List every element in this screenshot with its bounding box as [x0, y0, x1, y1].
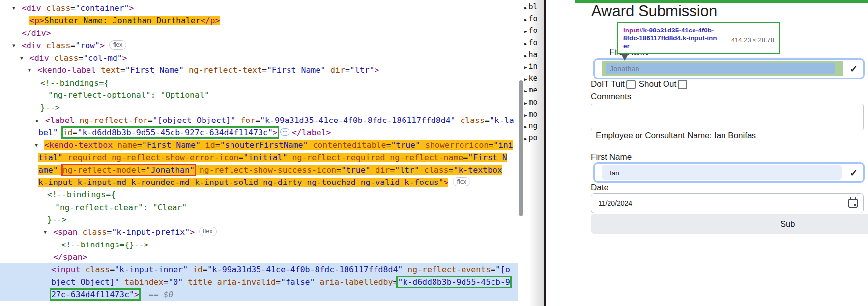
code-line[interactable]: <!--bindings={: [0, 188, 518, 201]
flex-badge[interactable]: flex: [199, 227, 216, 236]
expand-arrow-icon[interactable]: ▶: [524, 65, 527, 70]
code-line[interactable]: tial" required ng-reflect-show-error-ico…: [0, 152, 518, 164]
search-highlight: k-input k-input-md k-rounded-md k-input-…: [38, 178, 448, 187]
shout-out-checkbox[interactable]: [678, 80, 687, 89]
tooltip-dimensions: 414.23 × 28.78: [731, 36, 774, 44]
code-line[interactable]: </div>: [0, 27, 518, 39]
code-line[interactable]: ▼<kendo-textbox name="First Name" id="sh…: [0, 139, 518, 151]
employee-first-name-input[interactable]: Ian ✓: [593, 162, 865, 183]
scrollbar-thumb[interactable]: [519, 80, 523, 216]
code-line[interactable]: }-->: [0, 101, 518, 114]
expand-arrow-icon[interactable]: ▶: [524, 101, 527, 106]
flex-badge[interactable]: flex: [453, 177, 470, 186]
event-listener-name: in: [528, 62, 537, 71]
calendar-icon[interactable]: [848, 199, 858, 208]
code-line[interactable]: ▶<label ng-reflect-for="[object Object]"…: [0, 114, 518, 126]
expand-arrow-icon[interactable]: ▶: [524, 53, 527, 58]
elements-scrollbar[interactable]: [518, 0, 524, 306]
expand-arrow-icon[interactable]: ▶: [524, 77, 527, 82]
event-listener-item[interactable]: ▶fo: [524, 13, 543, 25]
code-line[interactable]: ▼<div class="row">flex: [0, 39, 518, 52]
event-listener-item[interactable]: ▶ng: [524, 120, 543, 132]
code-line[interactable]: "ng-reflect-optional": "Optional": [0, 89, 518, 101]
flex-badge[interactable]: flex: [109, 40, 126, 50]
search-highlight: tial" required ng-reflect-show-error-ico…: [38, 153, 507, 162]
autofill-fill: [602, 165, 842, 180]
code-line[interactable]: 27c-634d4f11473c"> == $0: [0, 288, 518, 301]
green-annotation-box: id="k-d6dd8b3b-9d55-45cb-927c-634d4f1147…: [63, 128, 278, 137]
code-line[interactable]: <!--bindings={}-->: [0, 239, 518, 251]
event-listener-name: mo: [528, 110, 537, 119]
expand-arrow-icon[interactable]: ▶: [524, 17, 527, 22]
collapse-arrow-icon[interactable]: ▼: [28, 64, 31, 76]
code-line[interactable]: "ng-reflect-clear": "Clear": [0, 201, 518, 214]
code-line[interactable]: ▼<div class="col-md">: [0, 52, 518, 64]
event-listener-item[interactable]: ▶po: [524, 132, 543, 144]
event-listener-name: po: [528, 133, 537, 142]
event-listener-name: bl: [528, 2, 537, 11]
checkbox-row: DoIT Tuit Shout Out: [591, 79, 691, 89]
code-line[interactable]: ▼<div class="container">: [0, 2, 518, 14]
green-annotation-box: "k-d6dd8b3b-9d55-45cb-9: [398, 277, 510, 287]
event-listener-name: fo: [528, 26, 537, 35]
code-line[interactable]: bel" id="k-d6dd8b3b-9d55-45cb-927c-634d4…: [0, 126, 518, 139]
shout-out-label: Shout Out: [639, 79, 677, 89]
calendar-frame: [848, 199, 858, 208]
expand-arrow-icon[interactable]: ▶: [36, 114, 39, 126]
event-listener-item[interactable]: ▶bl: [524, 1, 543, 13]
code-line[interactable]: <input class="k-input-inner" id="k-99a31…: [0, 263, 518, 275]
code-line[interactable]: }-->: [0, 214, 518, 226]
comments-textarea[interactable]: [591, 104, 864, 130]
code-line[interactable]: ame" ng-reflect-model="Jonathan" ng-refl…: [0, 164, 518, 176]
collapse-arrow-icon[interactable]: ▼: [35, 139, 38, 151]
red-annotation-box: ng-reflect-model="Jonathan": [63, 165, 195, 175]
shouter-first-name-input[interactable]: Jonathan ✓: [593, 58, 865, 79]
employee-first-name-value: Ian: [610, 169, 619, 176]
event-listener-name: mo: [528, 98, 537, 107]
search-highlight: ame" ng-reflect-model="Jonathan" ng-refl…: [38, 165, 502, 175]
date-value: 11/20/2024: [598, 199, 632, 207]
code-line[interactable]: k-input k-input-md k-rounded-md k-input-…: [0, 176, 518, 188]
submit-button[interactable]: Sub: [781, 219, 795, 228]
collapse-arrow-icon[interactable]: ▼: [12, 2, 15, 14]
code-line[interactable]: <!--bindings={: [0, 77, 518, 89]
valid-check-icon: ✓: [850, 167, 858, 178]
event-listener-item[interactable]: ▶mo: [524, 96, 543, 108]
expand-arrow-icon[interactable]: ▶: [524, 136, 527, 141]
elements-tree[interactable]: ▼<div class="container"><p>Shouter Name:…: [0, 0, 518, 306]
expand-arrow-icon[interactable]: ▶: [524, 89, 527, 93]
collapse-arrow-icon[interactable]: ▼: [12, 39, 15, 52]
event-listener-item[interactable]: ▶fo: [524, 37, 543, 49]
event-listener-item[interactable]: ▶me: [524, 84, 543, 96]
event-listener-item[interactable]: ▶in: [524, 61, 543, 72]
doit-tuit-checkbox[interactable]: [626, 80, 636, 89]
event-listener-item[interactable]: ▶ha: [524, 49, 543, 61]
date-label: Date: [591, 183, 608, 193]
calendar-tick: [850, 197, 851, 200]
expand-arrow-icon[interactable]: ▶: [524, 113, 527, 118]
event-listener-item[interactable]: ▶mo: [524, 108, 543, 120]
show-more-icon[interactable]: ⋯: [280, 128, 289, 136]
collapse-arrow-icon[interactable]: ▼: [44, 226, 47, 238]
page-title: Award Submission: [591, 2, 717, 20]
expand-arrow-icon[interactable]: ▶: [524, 29, 527, 34]
event-listener-name: ke: [528, 74, 537, 83]
code-line[interactable]: ▼<span class="k-input-prefix">flex: [0, 226, 518, 238]
expand-arrow-icon[interactable]: ▶: [524, 124, 527, 129]
code-line[interactable]: <p>Shouter Name: Jonathan Durthaler</p>: [0, 14, 518, 27]
collapse-arrow-icon[interactable]: ▼: [20, 52, 23, 64]
inspect-tooltip: input#k-99a31d35-41ce-4f0b- 8fdc-186117f…: [617, 22, 780, 54]
code-line[interactable]: </span>: [0, 251, 518, 263]
tooltip-tag: input: [623, 27, 639, 34]
calendar-tick: [855, 197, 856, 200]
event-listener-item[interactable]: ▶fo: [524, 25, 543, 36]
calendar-dot: [854, 204, 856, 206]
expand-arrow-icon[interactable]: ▶: [524, 5, 527, 10]
expand-arrow-icon[interactable]: ▶: [524, 41, 527, 46]
event-listeners-list[interactable]: ▶bl▶fo▶fo▶fo▶ha▶in▶ke▶me▶mo▶mo▶ng▶po: [524, 1, 543, 306]
event-listener-item[interactable]: ▶ke: [524, 72, 543, 84]
event-listener-name: me: [528, 86, 537, 94]
date-input[interactable]: 11/20/2024: [591, 193, 864, 213]
code-line[interactable]: bject Object]" tabindex="0" title aria-i…: [0, 276, 518, 288]
code-line[interactable]: ▼<kendo-label text="First Name" ng-refle…: [0, 64, 518, 76]
